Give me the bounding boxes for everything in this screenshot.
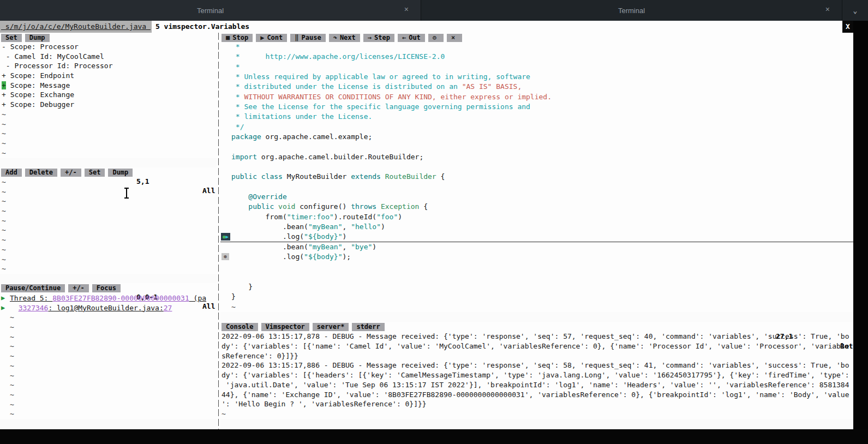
code-row: * limitations under the License. [220, 112, 853, 122]
watches-delete-button[interactable]: Delete [25, 169, 57, 177]
mouse-cursor [123, 188, 130, 199]
empty-line: ~ [0, 206, 217, 216]
empty-line: ~ [0, 177, 217, 187]
debug-cont-button[interactable]: ▶Cont [256, 34, 287, 42]
tabline-fill [253, 21, 842, 33]
terminal-tab-title: Terminal [197, 7, 224, 15]
log-row: 2022-09-06 13:15:17,878 - DEBUG - Messag… [220, 332, 853, 341]
tab-list-dropdown[interactable]: ⌄ [842, 0, 868, 21]
empty-line: ~ [0, 119, 217, 129]
code-row: from("timer:foo").routeId("foo") [220, 212, 853, 222]
code-row: * http://www.apache.org/licenses/LICENSE… [220, 52, 853, 62]
terminal-tab-bar: Terminal × Terminal × ⌄ [0, 0, 868, 21]
output-tab-vimspector-button[interactable]: Vimspector [261, 323, 309, 331]
terminal-tab-1[interactable]: Terminal × [0, 0, 421, 21]
terminal-tab-title: Terminal [618, 7, 645, 15]
log-row: dy': {'variables': [{'headers': [{'key':… [220, 370, 853, 380]
window-vertical-separator[interactable] [217, 33, 220, 429]
empty-line: ~ [0, 264, 217, 274]
vim-tab-myroutebuilder[interactable]: s/m/j/o/a/c/e/MyRouteBuilder.java [0, 21, 152, 33]
log-row: 2022-09-06 13:15:17,886 - DEBUG - Messag… [220, 361, 853, 370]
code-row: * See the License for the specific langu… [220, 102, 853, 112]
terminal-tab-2[interactable]: Terminal × [421, 0, 842, 21]
code-row: ~ [220, 302, 853, 312]
code-row: public void configure() throws Exception… [220, 202, 853, 212]
terminal-cursor: + [2, 81, 6, 89]
step-over-icon: ↷ [333, 34, 337, 41]
stacktrace-pause-continue-button[interactable]: Pause/Continue [1, 284, 65, 292]
left-column: SetDump - Scope: Processor - Camel Id: M… [0, 33, 217, 429]
watches-button-button[interactable]: +/- [61, 169, 81, 177]
vars-row: + Scope: Endpoint [0, 71, 217, 81]
tabline-close-button[interactable]: X [842, 21, 853, 33]
debug-out-button[interactable]: ←Out [398, 34, 425, 42]
watches-add-button[interactable]: Add [1, 169, 22, 177]
vars-row: - Camel Id: MyCoolCamel [0, 52, 217, 62]
code-row: .bean("myBean", "hello") [220, 222, 853, 232]
stacktrace-focus-button[interactable]: Focus [92, 284, 121, 292]
debug-toolbar: ■Stop▶Cont‖Pause↷Next→Step←Out⚙× [220, 33, 853, 43]
output-tab-stderr-button[interactable]: stderr [352, 323, 384, 331]
screen: Terminal × Terminal × ⌄ s/m/j/o/a/c/e/My… [0, 0, 868, 444]
empty-line: ~ [0, 371, 217, 381]
stop-icon: ■ [226, 34, 230, 41]
variables-window[interactable]: - Scope: Processor - Camel Id: MyCoolCam… [0, 42, 217, 158]
code-row: @Override [220, 192, 853, 202]
code-row [220, 262, 853, 272]
vars-row: - Processor Id: Processor [0, 61, 217, 71]
debug-step-button[interactable]: →Step [363, 34, 394, 42]
vim-tab-variables[interactable]: 5 vimspector.Variables [152, 21, 253, 33]
code-window[interactable]: * * http://www.apache.org/licenses/LICEN… [220, 42, 853, 312]
log-row: sReference': 0}]}} [220, 351, 853, 361]
frame-marker-icon: ▶ [1, 293, 5, 303]
log-row: ': 'Hello Begin ? ', 'variablesReference… [220, 399, 853, 409]
code-statusline: src/main/java/org/apache/camel/example/M… [220, 312, 853, 322]
empty-line: ~ [0, 255, 217, 265]
vim-tabline: s/m/j/o/a/c/e/MyRouteBuilder.java 5 vims… [0, 21, 853, 33]
empty-line: ~ [0, 216, 217, 226]
pause-icon: ‖ [295, 34, 298, 41]
code-row: } [220, 292, 853, 302]
code-row [220, 142, 853, 152]
breakpoint-icon[interactable]: ● [222, 253, 229, 260]
output-tab-console-button[interactable]: Console [222, 323, 258, 331]
output-window[interactable]: 2022-09-06 13:15:17,878 - DEBUG - Messag… [220, 332, 853, 419]
empty-line: ~ [0, 380, 217, 390]
play-icon: ▶ [260, 34, 264, 41]
vars-row: - Scope: Processor [0, 42, 217, 52]
output-tab-server-button[interactable]: server* [313, 323, 349, 331]
debug-stop-button[interactable]: ■Stop [222, 34, 253, 42]
code-row: import org.apache.camel.builder.RouteBui… [220, 152, 853, 162]
watches-dump-button[interactable]: Dump [108, 169, 133, 177]
output-statusline: _vimspector_log_Vimspector 123,1 Bot [220, 419, 853, 429]
close-icon[interactable]: × [404, 5, 409, 14]
code-row [220, 162, 853, 172]
stack-row: ▶ 3327346: log1@MyRouteBuilder.java:27 [0, 303, 217, 313]
empty-line: ~ [0, 409, 217, 419]
code-row [220, 182, 853, 192]
stacktrace-button-button[interactable]: +/- [68, 284, 89, 292]
variables-dump-button[interactable]: Dump [25, 34, 50, 42]
empty-line: ~ [0, 196, 217, 206]
watches-winbar: AddDelete+/-SetDump [0, 167, 217, 178]
vars-row: + Scope: Message [0, 81, 217, 91]
program-counter-icon: ●▶ [221, 233, 230, 241]
terminal-right-margin [853, 21, 868, 444]
debug-pause-button[interactable]: ‖Pause [290, 34, 325, 42]
watches-set-button[interactable]: Set [85, 169, 105, 177]
close-icon[interactable]: × [825, 5, 830, 14]
variables-statusline: vimspector.Variables [RO] 5,1 All [0, 158, 217, 167]
watches-window[interactable]: ~~~~~~~~~~ [0, 177, 217, 274]
step-out-icon: ← [402, 34, 406, 41]
empty-line: ~ [0, 341, 217, 351]
debug-close-button[interactable]: × [447, 34, 462, 42]
empty-line: ~ [0, 187, 217, 197]
debug-settings-button[interactable]: ⚙ [428, 34, 444, 42]
empty-line: ~ [0, 313, 217, 322]
stacktrace-window[interactable]: ▶Thread 5: 8B03FE27FB82890-0000000000000… [0, 293, 217, 419]
close-icon: × [451, 34, 455, 41]
empty-line: ~ [0, 332, 217, 342]
debug-next-button[interactable]: ↷Next [329, 34, 360, 42]
stack-row: ▶Thread 5: 8B03FE27FB82890-0000000000000… [0, 293, 217, 303]
variables-set-button[interactable]: Set [1, 34, 22, 42]
